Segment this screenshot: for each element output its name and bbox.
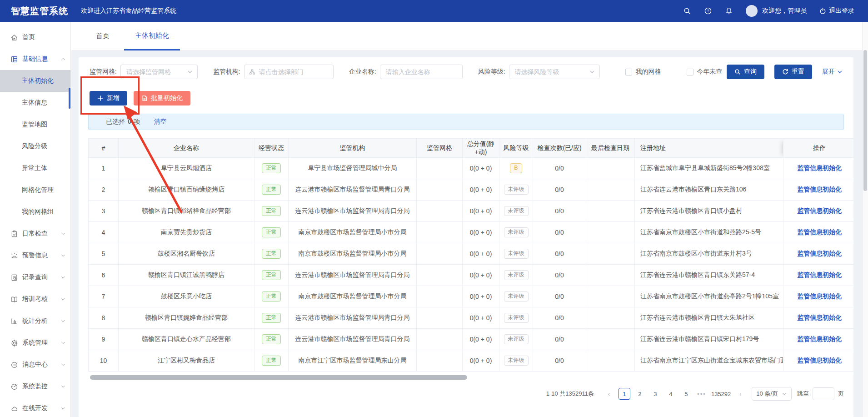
sidebar-item-16[interactable]: 系统监控 — [0, 376, 70, 397]
registered-address: 江苏省盐城市阜宁县阜城新盛街85号2幢308室 — [640, 164, 770, 171]
grid-select[interactable] — [120, 65, 198, 79]
more-pages-ellipsis[interactable]: ••• — [696, 388, 708, 400]
my-grid-checkbox[interactable]: 我的网格 — [625, 68, 661, 76]
sidebar-item-15[interactable]: 消息中心 — [0, 354, 70, 376]
reset-button-label: 重置 — [792, 68, 804, 76]
horizontal-scrollbar-thumb[interactable] — [90, 375, 467, 380]
table-row[interactable]: 10江宁区彬又梅食品店正常南京市江宁区市场监督管理局东山分局0(0 + 0)未评… — [89, 350, 854, 372]
init-supervision-link[interactable]: 监管信息初始化 — [797, 207, 842, 214]
init-supervision-link[interactable]: 监管信息初始化 — [797, 271, 842, 278]
row-index: 1 — [102, 165, 105, 172]
sidebar-item-6[interactable]: 异常主体 — [0, 157, 70, 179]
risk-select[interactable] — [509, 65, 600, 79]
sidebar-item-label: 异常主体 — [22, 164, 47, 172]
sidebar-item-14[interactable]: 系统管理 — [0, 332, 70, 354]
help-icon[interactable]: ? — [704, 7, 712, 15]
sidebar-item-5[interactable]: 风险分级 — [0, 136, 70, 157]
risk-badge: 未评级 — [504, 313, 529, 322]
page-number-4[interactable]: 4 — [665, 388, 677, 400]
tab-home[interactable]: 首页 — [91, 22, 114, 50]
agency-picker[interactable] — [244, 65, 334, 79]
table-row[interactable]: 1阜宁县云凤烟酒店正常阜宁县市场监督管理局城中分局0(0 + 0)B0/0江苏省… — [89, 158, 854, 179]
reset-button[interactable]: 重置 — [774, 65, 812, 79]
alarm-icon — [10, 252, 18, 260]
table-row[interactable]: 4南京贾先贵炒货店正常南京市鼓楼区市场监督管理局小市分局0(0 + 0)未评级0… — [89, 222, 854, 243]
sidebar-item-12[interactable]: 培训考核 — [0, 288, 70, 310]
check-count: 0/0 — [555, 293, 564, 300]
page-number-3[interactable]: 3 — [649, 388, 661, 400]
check-count: 0/0 — [555, 186, 564, 193]
add-button[interactable]: 新增 — [90, 91, 127, 106]
sidebar-item-0[interactable]: 首页 — [0, 26, 70, 48]
page-number-2[interactable]: 2 — [634, 388, 646, 400]
sidebar-item-13[interactable]: 统计分析 — [0, 310, 70, 332]
agency-name: 连云港市赣榆区市场监督管理局青口分局 — [295, 314, 410, 321]
risk-filter-label: 风险等级: — [478, 68, 505, 76]
init-supervision-link[interactable]: 监管信息初始化 — [797, 186, 842, 193]
grid-select-input[interactable] — [125, 68, 187, 76]
batch-init-button[interactable]: 批量初始化 — [134, 91, 190, 106]
table-row[interactable]: 7鼓楼区乐意小吃店正常南京市鼓楼区市场监督管理局小市分局0(0 + 0)未评级0… — [89, 286, 854, 307]
logout-button[interactable]: 退出登录 — [819, 7, 854, 15]
expand-link[interactable]: 展开 — [822, 68, 843, 76]
total-score: 0(0 + 0) — [470, 314, 492, 322]
table-row[interactable]: 9赣榆区青口镇走心水产品经营部正常连云港市赣榆区市场监督管理局青口分局0(0 +… — [89, 329, 854, 350]
table-row[interactable]: 6赣榆区青口镇江诚黑鸭脖店正常连云港市赣榆区市场监督管理局青口分局0(0 + 0… — [89, 265, 854, 286]
user-info[interactable]: 欢迎您，管理员 — [746, 5, 807, 17]
page-number-1[interactable]: 1 — [619, 388, 630, 400]
clear-selection-link[interactable]: 清空 — [154, 118, 167, 126]
sidebar-item-17[interactable]: 在线开发 — [0, 397, 70, 417]
row-index: 2 — [102, 186, 105, 193]
chevron-down-icon — [61, 253, 65, 258]
search-icon[interactable] — [683, 7, 691, 15]
init-supervision-link[interactable]: 监管信息初始化 — [797, 228, 842, 236]
init-supervision-link[interactable]: 监管信息初始化 — [797, 164, 842, 171]
chevron-down-icon — [187, 69, 193, 75]
sidebar-item-10[interactable]: 预警信息 — [0, 245, 70, 266]
init-supervision-link[interactable]: 监管信息初始化 — [797, 357, 842, 364]
sidebar-scrollbar-thumb[interactable] — [69, 88, 70, 109]
next-page-button[interactable]: › — [734, 388, 746, 400]
selection-bar: 已选择 0 项 清空 — [88, 114, 844, 130]
risk-badge: 未评级 — [504, 270, 529, 280]
page-size-select[interactable]: 10 条/页 — [752, 387, 792, 401]
bell-icon[interactable] — [725, 7, 733, 15]
grid-icon — [10, 55, 18, 63]
navbar-right: ? 欢迎您，管理员 退出登录 — [683, 5, 868, 17]
table-row[interactable]: 3赣榆区青口镇祁绪祥食品经营部正常连云港市赣榆区市场监督管理局青口分局0(0 +… — [89, 201, 854, 222]
last-page-number[interactable]: 135292 — [711, 388, 731, 400]
check-count: 0/0 — [555, 314, 564, 322]
prev-page-button[interactable]: ‹ — [603, 388, 615, 400]
status-badge: 正常 — [262, 313, 281, 322]
not-checked-this-year-checkbox[interactable]: 今年未查 — [687, 68, 723, 76]
sidebar-item-11[interactable]: 记录查询 — [0, 266, 70, 288]
init-supervision-link[interactable]: 监管信息初始化 — [797, 250, 842, 257]
sidebar-item-4[interactable]: 监管地图 — [0, 114, 70, 136]
init-supervision-link[interactable]: 监管信息初始化 — [797, 314, 842, 321]
init-supervision-link[interactable]: 监管信息初始化 — [797, 292, 842, 300]
chevron-down-icon — [61, 319, 65, 323]
company-name-input[interactable] — [385, 68, 458, 76]
table-row[interactable]: 8赣榆区青口镇婉婷食品经营部正常连云港市赣榆区市场监督管理局青口分局0(0 + … — [89, 307, 854, 329]
sidebar-item-7[interactable]: 网格化管理 — [0, 179, 70, 201]
table-row[interactable]: 5鼓楼区湘名厨餐饮店正常南京市鼓楼区市场监督管理局小市分局0(0 + 0)未评级… — [89, 243, 854, 265]
sidebar-item-1[interactable]: 基础信息 — [0, 48, 70, 70]
sidebar-item-3[interactable]: 主体信息 — [0, 92, 70, 114]
column-header-10: 操作 — [783, 139, 854, 158]
sidebar-item-8[interactable]: 我的网格组 — [0, 201, 70, 223]
risk-badge: 未评级 — [504, 227, 529, 237]
query-button[interactable]: 查询 — [727, 65, 764, 79]
refresh-icon — [782, 69, 788, 75]
jump-to-input[interactable] — [813, 387, 834, 400]
risk-select-input[interactable] — [514, 68, 589, 76]
page-scrollbar-thumb[interactable] — [863, 50, 867, 191]
table-row[interactable]: 2赣榆区青口镇百纳缘烧烤店正常连云港市赣榆区市场监督管理局青口分局0(0 + 0… — [89, 179, 854, 201]
sidebar-item-9[interactable]: 日常检查 — [0, 223, 70, 245]
sidebar-item-2[interactable]: 主体初始化 — [0, 70, 70, 92]
tab-subject-init[interactable]: 主体初始化 — [124, 22, 180, 50]
plus-icon — [97, 95, 104, 101]
agency-picker-input[interactable] — [258, 68, 329, 76]
page-number-5[interactable]: 5 — [680, 388, 692, 400]
init-supervision-link[interactable]: 监管信息初始化 — [797, 335, 842, 342]
company-name-field[interactable] — [380, 65, 463, 79]
